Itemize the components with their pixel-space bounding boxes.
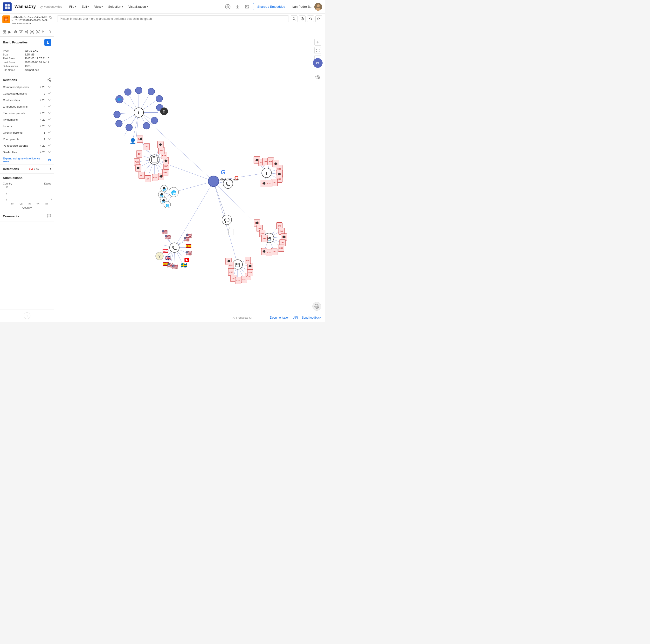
nav-edit[interactable]: Edit ▾	[79, 3, 91, 10]
feedback-link[interactable]: Send feedback	[302, 316, 321, 319]
unknown-file[interactable]	[228, 229, 234, 235]
rar-file-3[interactable]: RAR	[152, 175, 158, 181]
expand-itw-urls-icon[interactable]	[47, 124, 51, 128]
flag-us-2[interactable]: 🇺🇸	[165, 234, 171, 240]
grid-icon[interactable]	[2, 29, 6, 35]
exe-s2[interactable]: EXE	[228, 262, 234, 269]
play-icon[interactable]: ▶	[7, 29, 12, 35]
svg-rect-12	[5, 30, 6, 32]
node-count-badge[interactable]: 21	[313, 58, 323, 68]
virus-total-icon[interactable]	[224, 3, 231, 10]
expand-execution-parents-icon[interactable]	[47, 111, 51, 116]
redo-button[interactable]	[315, 15, 322, 22]
network-node[interactable]	[114, 111, 120, 118]
network-node[interactable]	[151, 117, 158, 124]
network-node[interactable]	[116, 120, 122, 127]
download-icon[interactable]	[234, 3, 241, 10]
sigma-button[interactable]: Σ	[44, 39, 51, 46]
back-button[interactable]: ‹	[24, 312, 30, 319]
fullscreen-button[interactable]	[314, 47, 321, 54]
expand-compressed-parents-icon[interactable]	[47, 85, 51, 89]
relation-contacted-domains: Contacted domains 2	[0, 90, 54, 97]
expand-overlay-parents-icon[interactable]	[47, 130, 51, 135]
rar-file-2[interactable]: RAR	[134, 159, 140, 165]
basic-properties-header[interactable]: Basic Properties Σ	[0, 37, 54, 48]
nav-selection[interactable]: Selection ▾	[106, 3, 125, 10]
expand-intelligence-link[interactable]: Expand using new intelligence search	[0, 156, 54, 164]
expand-pe-resource-icon[interactable]	[47, 144, 51, 148]
network-node[interactable]	[156, 96, 162, 102]
comments-icon[interactable]	[47, 214, 51, 219]
svg-text:RAR: RAR	[135, 161, 139, 163]
actor-node[interactable]: 👤	[130, 138, 136, 144]
expand-contacted-ips-icon[interactable]	[47, 98, 51, 103]
center-node[interactable]	[208, 176, 219, 187]
flag-ch[interactable]: 🇨🇭	[184, 257, 190, 263]
api-link[interactable]: API	[293, 316, 298, 319]
flag-us-1[interactable]: 🇺🇸	[161, 229, 168, 235]
exe-br9[interactable]: EXE	[278, 245, 284, 252]
expand-itw-domains-icon[interactable]	[47, 117, 51, 122]
zip-file-1[interactable]: ZIP	[144, 144, 150, 150]
expand-contacted-domains-icon[interactable]	[47, 91, 51, 96]
expand-similar-files-icon[interactable]	[47, 150, 51, 155]
flag-us-7[interactable]: 🇺🇸	[186, 233, 192, 238]
layout-settings-icon[interactable]	[314, 74, 321, 81]
exe-s3[interactable]: EXE	[228, 269, 234, 276]
graph-canvas[interactable]: 🌐 ⚙ ⬆ 👤	[54, 24, 325, 321]
add-node-button[interactable]	[299, 15, 306, 22]
flag-us-5[interactable]: 🇺🇸	[186, 250, 192, 256]
flag-icon[interactable]	[41, 29, 46, 35]
undo-button[interactable]	[307, 15, 314, 22]
chart-next-icon[interactable]: ›	[51, 196, 52, 201]
delete-icon[interactable]	[47, 29, 52, 35]
svg-point-50	[48, 159, 49, 160]
user-avatar[interactable]	[314, 3, 322, 11]
expand-embedded-domains-icon[interactable]	[47, 105, 51, 109]
chevron-down-icon: ▾	[50, 167, 51, 171]
filter-icon[interactable]	[19, 29, 23, 35]
documentation-link[interactable]: Documentation	[270, 316, 290, 319]
detections-row[interactable]: Detections 64 / 69 ▾	[0, 164, 54, 174]
search-button[interactable]	[291, 15, 297, 22]
exe-br4[interactable]: EXE	[261, 235, 267, 242]
expand-pcap-parents-icon[interactable]	[47, 137, 51, 142]
zoom-in-button[interactable]: +	[314, 39, 321, 46]
search-input[interactable]	[57, 15, 289, 22]
zip-file-5[interactable]: ZIP	[145, 176, 151, 182]
network-node[interactable]	[148, 88, 155, 95]
network-node[interactable]	[126, 124, 133, 131]
target-icon[interactable]	[13, 29, 17, 35]
svg-line-53	[49, 159, 50, 160]
graph-footer: API requests 73 Documentation API Send f…	[54, 314, 325, 321]
exe-br10[interactable]: EXE	[272, 249, 277, 255]
flag-us-4[interactable]: 🇺🇸	[172, 264, 178, 269]
flag-gb[interactable]: 🇬🇧	[165, 255, 171, 261]
relations-icon[interactable]	[47, 77, 51, 82]
expand-node-icon[interactable]	[30, 29, 35, 35]
shared-embedded-button[interactable]: Shared / Embedded	[253, 3, 289, 10]
nav-view[interactable]: View ▾	[92, 3, 105, 10]
network-node[interactable]	[135, 87, 142, 94]
rar-file-5[interactable]: RAR	[162, 169, 168, 176]
network-node[interactable]	[143, 122, 150, 129]
nav-visualization[interactable]: Visualization ▾	[126, 3, 150, 10]
flag-es-2[interactable]: 🇪🇸	[185, 243, 191, 249]
exe-s10[interactable]: EXE	[245, 257, 251, 264]
network-node[interactable]	[124, 89, 131, 96]
vt-info-icon[interactable]	[313, 302, 321, 311]
image-icon[interactable]	[244, 3, 251, 10]
zip-file-4[interactable]: ZIP	[139, 172, 145, 179]
flag-se[interactable]: 🇸🇪	[181, 262, 187, 268]
copy-icon[interactable]: ⧉	[49, 15, 51, 20]
zip-file-2[interactable]: ZIP	[136, 151, 142, 157]
svg-text:🌐: 🌐	[117, 98, 121, 101]
sidebar-toolbar: ▶	[0, 27, 54, 37]
prop-size: Size 3.35 MB	[3, 53, 51, 56]
exe-s8[interactable]: EXE	[247, 269, 253, 276]
exe-s5[interactable]: EXE	[235, 277, 241, 284]
nav-file[interactable]: File ▾	[67, 3, 79, 10]
collapse-icon[interactable]	[35, 29, 40, 35]
node-icon[interactable]	[24, 29, 29, 35]
flag-at[interactable]: 🇦🇹	[162, 248, 169, 254]
